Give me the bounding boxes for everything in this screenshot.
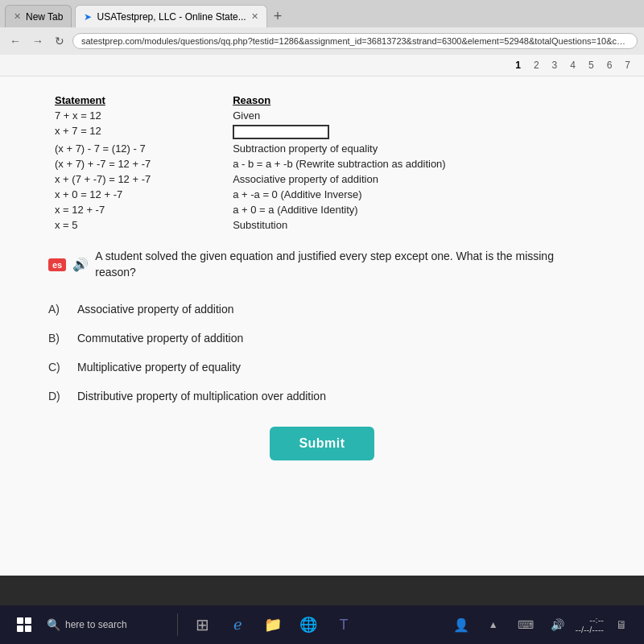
search-icon: 🔍 <box>47 618 60 631</box>
chevron-up-icon[interactable]: ▲ <box>479 610 508 639</box>
answer-text-d: Distributive property of multiplication … <box>77 390 326 402</box>
tab-2-favicon: ➤ <box>84 11 92 23</box>
answer-option-a[interactable]: A) Associative property of addition <box>48 295 596 324</box>
answer-option-b[interactable]: B) Commutative property of addition <box>48 324 596 353</box>
progress-2[interactable]: 2 <box>530 58 543 72</box>
proof-reason-header: Reason <box>226 93 596 108</box>
proof-rsn-5: Associative property of addition <box>226 171 596 187</box>
tab-2-close[interactable]: ✕ <box>251 11 258 22</box>
answer-letter-a: A) <box>48 303 64 316</box>
taskbar-search-label: here to search <box>65 619 127 630</box>
proof-stmt-6: x + 0 = 12 + -7 <box>48 187 226 202</box>
address-bar[interactable]: satestprep.com/modules/questions/qq.php?… <box>72 33 638 49</box>
proof-stmt-3: (x + 7) - 7 = (12) - 7 <box>48 141 226 156</box>
taskbar-clock: --:-- --/--/---- <box>576 615 604 634</box>
proof-rsn-4: a - b = a + -b (Rewrite subtraction as a… <box>226 156 596 171</box>
answer-option-d[interactable]: D) Distributive property of multiplicati… <box>48 382 596 411</box>
taskbar-right: 👤 ▲ ⌨ 🔊 --:-- --/--/---- 🖥 <box>447 610 636 639</box>
answer-letter-c: C) <box>48 361 64 374</box>
tab-2[interactable]: ➤ USATestprep, LLC - Online State... ✕ <box>75 5 266 27</box>
question-text: A student solved the given equation and … <box>95 249 596 280</box>
proof-stmt-7: x = 12 + -7 <box>48 202 226 217</box>
progress-5[interactable]: 5 <box>584 58 598 72</box>
proof-rsn-7: a + 0 = a (Additive Identity) <box>226 202 596 217</box>
proof-stmt-4: (x + 7) + -7 = 12 + -7 <box>48 156 226 171</box>
submit-button[interactable]: Submit <box>270 427 374 460</box>
proof-rsn-1: Given <box>226 108 596 123</box>
progress-6[interactable]: 6 <box>603 58 617 72</box>
proof-row-5: x + (7 + -7) = 12 + -7 Associative prope… <box>48 171 596 187</box>
proof-rsn-6: a + -a = 0 (Additive Inverse) <box>226 187 596 202</box>
proof-row-6: x + 0 = 12 + -7 a + -a = 0 (Additive Inv… <box>48 187 596 202</box>
progress-4[interactable]: 4 <box>566 58 580 72</box>
answer-text-c: Multiplicative property of equality <box>77 361 241 374</box>
forward-button[interactable]: → <box>29 33 47 49</box>
taskbar: 🔍 here to search ⊞ ℯ 📁 🌐 T 👤 ▲ ⌨ 🔊 <box>0 605 644 644</box>
progress-3[interactable]: 3 <box>548 58 562 72</box>
edge-icon[interactable]: ℯ <box>223 610 252 639</box>
proof-statement-header: Statement <box>48 93 226 108</box>
question-header: es 🔊 A student solved the given equation… <box>48 249 596 280</box>
missing-reason-box <box>233 125 329 139</box>
tab-bar: ✕ New Tab ➤ USATestprep, LLC - Online St… <box>0 0 644 27</box>
proof-row-7: x = 12 + -7 a + 0 = a (Additive Identity… <box>48 202 596 217</box>
proof-stmt-5: x + (7 + -7) = 12 + -7 <box>48 171 226 187</box>
proof-rsn-3: Subtraction property of equality <box>226 141 596 156</box>
content-area: Statement Reason 7 + x = 12 Given x + 7 … <box>0 76 644 576</box>
person-icon[interactable]: 👤 <box>447 610 476 639</box>
answer-text-b: Commutative property of addition <box>77 332 243 345</box>
proof-row-4: (x + 7) + -7 = 12 + -7 a - b = a + -b (R… <box>48 156 596 171</box>
tab-1[interactable]: ✕ New Tab <box>5 5 72 27</box>
answer-letter-d: D) <box>48 390 64 402</box>
es-badge: es <box>48 258 66 271</box>
folder-icon[interactable]: 📁 <box>258 610 287 639</box>
progress-7[interactable]: 7 <box>621 58 634 72</box>
keyboard-icon[interactable]: ⌨ <box>511 610 540 639</box>
taskview-icon[interactable]: ⊞ <box>188 610 217 639</box>
progress-1[interactable]: 1 <box>511 58 525 72</box>
taskbar-search[interactable]: 🔍 here to search <box>47 618 167 631</box>
windows-button[interactable] <box>8 609 40 641</box>
notification-icon[interactable]: 🖥 <box>607 610 636 639</box>
taskbar-divider-1 <box>177 613 178 636</box>
proof-stmt-8: x = 5 <box>48 217 226 233</box>
tab-1-label: New Tab <box>26 11 63 23</box>
proof-row-8: x = 5 Substitution <box>48 217 596 233</box>
answer-option-c[interactable]: C) Multiplicative property of equality <box>48 353 596 382</box>
tab-1-close[interactable]: ✕ <box>14 11 21 22</box>
address-bar-row: ← → ↻ satestprep.com/modules/questions/q… <box>0 27 644 55</box>
submit-area: Submit <box>48 427 596 460</box>
windows-icon <box>17 617 31 632</box>
progress-row: 1 2 3 4 5 6 7 <box>0 55 644 76</box>
proof-rsn-2 <box>226 123 596 141</box>
proof-rsn-8: Substitution <box>226 217 596 233</box>
proof-stmt-2: x + 7 = 12 <box>48 123 226 141</box>
answer-letter-b: B) <box>48 332 64 345</box>
reload-button[interactable]: ↻ <box>52 33 68 49</box>
audio-icon[interactable]: 🔊 <box>72 257 89 272</box>
speaker-icon[interactable]: 🔊 <box>543 610 572 639</box>
proof-table: Statement Reason 7 + x = 12 Given x + 7 … <box>48 93 596 233</box>
browser-chrome: ✕ New Tab ➤ USATestprep, LLC - Online St… <box>0 0 644 76</box>
proof-stmt-1: 7 + x = 12 <box>48 108 226 123</box>
tab-2-label: USATestprep, LLC - Online State... <box>97 11 246 23</box>
teams-icon[interactable]: T <box>329 610 358 639</box>
back-button[interactable]: ← <box>6 33 24 49</box>
add-tab-button[interactable]: + <box>270 8 286 25</box>
answer-text-a: Associative property of addition <box>77 303 234 316</box>
question-area: es 🔊 A student solved the given equation… <box>48 249 596 460</box>
proof-row-1: 7 + x = 12 Given <box>48 108 596 123</box>
proof-container: Statement Reason 7 + x = 12 Given x + 7 … <box>48 93 596 233</box>
chrome-icon[interactable]: 🌐 <box>294 610 323 639</box>
clock-time: --:-- <box>576 615 604 625</box>
proof-row-2: x + 7 = 12 <box>48 123 596 141</box>
proof-row-3: (x + 7) - 7 = (12) - 7 Subtraction prope… <box>48 141 596 156</box>
clock-date: --/--/---- <box>576 625 604 634</box>
